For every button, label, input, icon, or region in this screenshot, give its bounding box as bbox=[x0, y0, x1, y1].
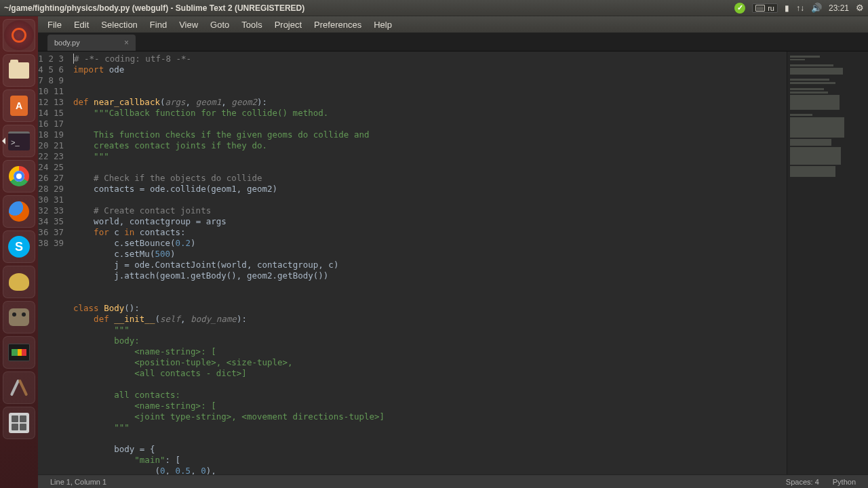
launcher-gimp[interactable] bbox=[3, 301, 35, 333]
gimp-icon bbox=[9, 308, 29, 326]
launcher-files[interactable] bbox=[3, 54, 35, 87]
launcher-calculator[interactable] bbox=[3, 407, 35, 439]
status-bar: Line 1, Column 1 Spaces: 4 Python bbox=[38, 474, 868, 488]
terminal-icon: >_ bbox=[8, 131, 30, 150]
sound-icon[interactable]: 🔊 bbox=[811, 3, 822, 13]
menu-find[interactable]: Find bbox=[144, 18, 172, 31]
battery-icon[interactable]: ▮ bbox=[785, 3, 789, 13]
menu-help[interactable]: Help bbox=[368, 18, 397, 31]
ubuntu-icon bbox=[4, 20, 34, 50]
launcher-chrome[interactable] bbox=[3, 160, 35, 192]
tab-bar: body.py × bbox=[38, 33, 868, 52]
menu-tools[interactable]: Tools bbox=[236, 18, 267, 31]
launcher-firefox[interactable] bbox=[3, 195, 35, 228]
line-number-gutter: 1 2 3 4 5 6 7 8 9 10 11 12 13 14 15 16 1… bbox=[38, 52, 69, 474]
clock[interactable]: 23:21 bbox=[829, 3, 849, 13]
menu-goto[interactable]: Goto bbox=[205, 18, 235, 31]
launcher-skype[interactable]: S bbox=[3, 230, 35, 263]
menu-selection[interactable]: Selection bbox=[96, 18, 142, 31]
editor-area[interactable]: 1 2 3 4 5 6 7 8 9 10 11 12 13 14 15 16 1… bbox=[38, 52, 868, 474]
menu-file[interactable]: File bbox=[42, 18, 67, 31]
menu-project[interactable]: Project bbox=[269, 18, 307, 31]
status-position[interactable]: Line 1, Column 1 bbox=[43, 478, 113, 486]
launcher-terminal[interactable]: >_ bbox=[3, 125, 35, 157]
code-content[interactable]: # -*- coding: utf-8 -*- import ode def n… bbox=[69, 52, 787, 474]
skype-icon: S bbox=[8, 236, 30, 258]
bag-icon bbox=[10, 96, 28, 116]
close-icon[interactable]: × bbox=[124, 38, 129, 47]
teapot-icon bbox=[9, 273, 29, 291]
launcher-settings[interactable] bbox=[3, 371, 35, 404]
window-title: ~/game/fighting/physics/body.py (webgulf… bbox=[4, 3, 304, 13]
file-tab[interactable]: body.py × bbox=[47, 35, 136, 51]
tools-icon bbox=[9, 378, 28, 397]
gear-icon[interactable]: ⚙ bbox=[856, 3, 864, 13]
keyboard-layout-indicator[interactable]: ru bbox=[752, 3, 778, 13]
unity-launcher: >_ S bbox=[0, 16, 38, 488]
menu-view[interactable]: View bbox=[174, 18, 203, 31]
network-icon[interactable]: ↑↓ bbox=[796, 3, 804, 13]
calculator-icon bbox=[9, 413, 29, 433]
menu-preferences[interactable]: Preferences bbox=[309, 18, 367, 31]
monitor-icon bbox=[8, 344, 30, 361]
folder-icon bbox=[9, 62, 29, 79]
file-tab-label: body.py bbox=[54, 39, 80, 47]
launcher-dash[interactable] bbox=[3, 19, 35, 52]
system-tray: ✓ ru ▮ ↑↓ 🔊 23:21 ⚙ bbox=[734, 3, 864, 14]
launcher-system-monitor[interactable] bbox=[3, 336, 35, 369]
update-ready-icon[interactable]: ✓ bbox=[734, 3, 745, 14]
launcher-software-center[interactable] bbox=[3, 89, 35, 122]
minimap[interactable] bbox=[787, 52, 868, 474]
title-bar: ~/game/fighting/physics/body.py (webgulf… bbox=[0, 0, 868, 16]
status-indent[interactable]: Spaces: 4 bbox=[779, 478, 826, 486]
chrome-icon bbox=[9, 166, 29, 186]
menu-edit[interactable]: Edit bbox=[68, 18, 94, 31]
app-menubar: File Edit Selection Find View Goto Tools… bbox=[38, 16, 868, 33]
launcher-teapot[interactable] bbox=[3, 266, 35, 298]
status-syntax[interactable]: Python bbox=[826, 478, 863, 486]
keyboard-icon bbox=[755, 5, 765, 12]
firefox-icon bbox=[9, 201, 29, 222]
